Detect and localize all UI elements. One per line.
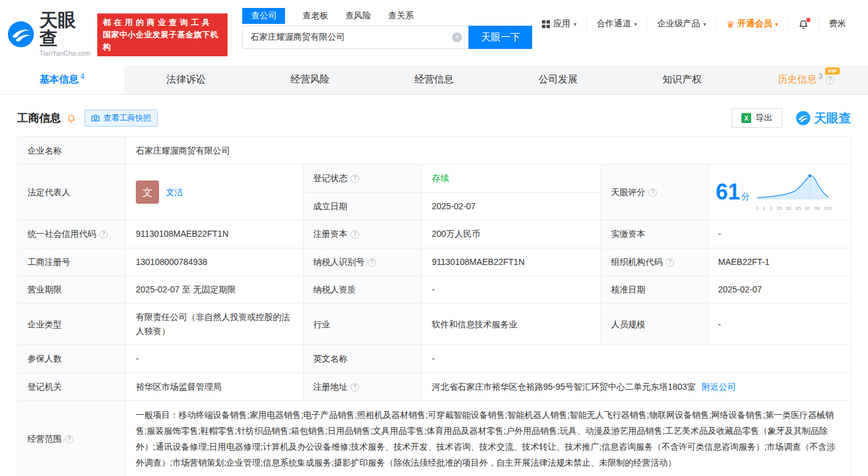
help-icon[interactable]: ? xyxy=(826,76,834,84)
tab-basic-info[interactable]: 基本信息 4 xyxy=(0,65,124,94)
tab-company-development[interactable]: 公司发展 xyxy=(496,65,620,94)
help-icon[interactable]: ? xyxy=(351,383,359,392)
address-text: 河北省石家庄市裕华区仓裕路95-95号智汇环贸中心二单元东塔1803室 xyxy=(432,382,696,392)
notification-bell[interactable] xyxy=(788,18,818,31)
score-number: 61 xyxy=(716,179,740,204)
value-text: 软件和信息技术服务业 xyxy=(432,319,517,329)
help-icon[interactable]: ? xyxy=(351,174,359,183)
taxpayer-quality-value: - xyxy=(422,275,601,303)
top-header: 天眼查 TianYanCha.com 都在用的商业查询工具 国家中小企业发展子基… xyxy=(0,0,868,63)
nearby-companies-link[interactable]: 附近公司 xyxy=(702,382,736,392)
field-label: 实缴资本 xyxy=(601,220,708,248)
grid-icon xyxy=(542,20,550,28)
axis-label: 50 xyxy=(786,205,792,213)
axis-label: 100 xyxy=(824,205,832,213)
logo-text: 天眼查 xyxy=(39,11,92,48)
help-icon[interactable]: ? xyxy=(368,258,376,267)
search-tab-boss[interactable]: 查老板 xyxy=(302,8,328,24)
section-header: 工商信息 查看工商快照 X 导出 天眼查 xyxy=(17,108,851,128)
label-text: 企业名称 xyxy=(28,146,62,155)
table-row: 企业类型 有限责任公司（非自然人投资或控股的法人独资） 行业 软件和信息技术服务… xyxy=(18,303,851,345)
nav-partner-channel[interactable]: 合作通道 ▾ xyxy=(586,17,647,31)
tianyancha-logo-icon xyxy=(7,20,34,48)
nav-partner-label: 合作通道 xyxy=(596,18,631,29)
legal-rep-link[interactable]: 文洁 xyxy=(166,185,183,199)
tianyancha-watermark-icon xyxy=(796,111,811,125)
search-button[interactable]: 天眼一下 xyxy=(469,26,532,49)
vip-badge: VIP xyxy=(825,67,840,75)
nav-open-membership[interactable]: ♛ 开通会员 ▾ xyxy=(716,17,788,31)
tab-legal-proceedings[interactable]: 法律诉讼 xyxy=(124,65,248,94)
label-text: 纳税人识别号 xyxy=(313,257,365,267)
tab-business-info[interactable]: 经营信息 xyxy=(372,65,496,94)
establish-date-value: 2025-02-07 xyxy=(422,192,601,220)
field-label: 人员规模 xyxy=(601,303,708,345)
value-text: - xyxy=(432,284,435,294)
field-label: 注册地址? xyxy=(303,373,422,400)
value-text: - xyxy=(718,319,721,329)
value-text: MAEB22FT-1 xyxy=(718,257,770,267)
field-label: 统一社会信用代码? xyxy=(18,220,126,248)
search-tab-company[interactable]: 查公司 xyxy=(242,8,285,24)
label-text: 纳税人资质 xyxy=(313,284,356,294)
table-row: 法定代表人 文 文洁 登记状态? 存续 天眼评分? 61分 xyxy=(18,165,851,192)
logo-domain: TianYanCha.com xyxy=(39,50,92,57)
field-label: 核准日期 xyxy=(601,275,708,303)
field-label: 工商注册号 xyxy=(18,248,126,275)
monitor-bell-icon[interactable] xyxy=(67,114,76,123)
help-icon[interactable]: ? xyxy=(65,435,73,444)
clear-icon[interactable]: × xyxy=(452,32,462,42)
value-text: 91130108MAEB22FT1N xyxy=(432,257,525,267)
industry-value: 软件和信息技术服务业 xyxy=(422,303,601,345)
slogan-line1: 都在用的商业查询工具 xyxy=(103,17,222,29)
score-distribution-chart: 0 1 3 15 50 85 97 99 100 xyxy=(756,172,832,212)
label-text: 注册资本 xyxy=(313,229,347,239)
value-text: 91130108MAEB22FT1N xyxy=(136,229,229,239)
tab-history-info[interactable]: VIP 历史信息 3 ? xyxy=(744,65,868,94)
tab-label: 历史信息 xyxy=(777,73,817,86)
brand-watermark-label: 天眼查 xyxy=(814,110,851,127)
nav-enterprise-products[interactable]: 企业级产品 ▾ xyxy=(647,17,716,31)
field-label: 经营范围? xyxy=(18,400,126,476)
label-text: 注册地址 xyxy=(313,382,347,392)
search-tab-relation[interactable]: 查关系 xyxy=(388,8,414,24)
tianyancha-logo[interactable]: 天眼查 TianYanCha.com xyxy=(7,11,92,57)
table-row: 企业名称 石家庄耀渥商贸有限公司 xyxy=(18,137,851,165)
label-text: 统一社会信用代码 xyxy=(28,229,96,239)
company-name-value: 石家庄耀渥商贸有限公司 xyxy=(126,137,851,165)
legal-rep-avatar[interactable]: 文 xyxy=(136,180,159,204)
value-text: 石家庄耀渥商贸有限公司 xyxy=(136,146,230,155)
help-icon[interactable]: ? xyxy=(666,258,674,267)
nav-apps[interactable]: 应用 ▾ xyxy=(532,17,586,31)
field-label: 参保人数 xyxy=(18,345,126,373)
export-button[interactable]: X 导出 xyxy=(732,108,782,128)
help-icon[interactable]: ? xyxy=(351,230,359,239)
tab-intellectual-property[interactable]: 知识产权 xyxy=(620,65,744,94)
approval-date-value: 2025-02-07 xyxy=(708,275,851,303)
score-unit: 分 xyxy=(741,192,750,201)
nav-apps-label: 应用 xyxy=(553,18,570,29)
tab-operational-risk[interactable]: 经营风险 xyxy=(248,65,372,94)
search-input[interactable] xyxy=(243,26,468,48)
label-text: 核准日期 xyxy=(611,284,645,294)
snapshot-button-label: 查看工商快照 xyxy=(103,113,151,124)
reg-address-value: 河北省石家庄市裕华区仓裕路95-95号智汇环贸中心二单元东塔1803室附近公司 xyxy=(422,373,851,400)
snapshot-button[interactable]: 查看工商快照 xyxy=(84,110,158,127)
value-text: 2025-02-07 xyxy=(432,201,476,211)
field-label: 纳税人识别号? xyxy=(303,248,422,275)
help-icon[interactable]: ? xyxy=(99,230,108,239)
tianyan-score-widget[interactable]: 61分 0 1 3 15 xyxy=(708,165,851,220)
user-menu[interactable]: 费米 xyxy=(818,17,856,31)
table-row: 经营范围? 一般项目：移动终端设备销售;家用电器销售;电子产品销售;照相机及器材… xyxy=(18,400,851,476)
help-icon[interactable]: ? xyxy=(648,188,657,197)
notification-dot xyxy=(806,18,811,22)
label-text: 成立日期 xyxy=(313,201,347,211)
search-tab-risk[interactable]: 查风险 xyxy=(345,8,371,24)
label-text: 法定代表人 xyxy=(28,187,70,197)
staff-size-value: - xyxy=(708,303,851,345)
registration-status-value: 存续 xyxy=(422,165,601,192)
reg-authority-value: 裕华区市场监督管理局 xyxy=(126,373,303,400)
field-label: 成立日期 xyxy=(303,192,422,220)
org-code-value: MAEB22FT-1 xyxy=(708,248,851,275)
brand-watermark: 天眼查 xyxy=(796,110,851,127)
